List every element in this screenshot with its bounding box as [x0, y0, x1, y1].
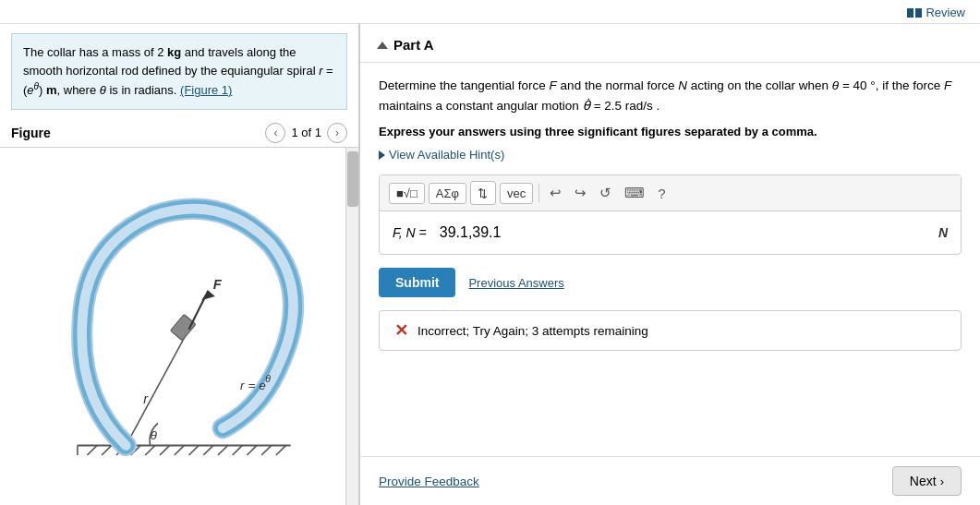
- math-toolbar: ■√□ AΣφ ⇅ vec ↩ ↪ ↺ ⌨ ?: [380, 175, 961, 211]
- svg-line-10: [203, 445, 212, 454]
- feedback-btn[interactable]: Provide Feedback: [379, 475, 479, 488]
- figure-header: Figure ‹ 1 of 1 ›: [0, 119, 358, 147]
- express-text: Express your answers using three signifi…: [379, 125, 962, 138]
- svg-line-2: [87, 445, 96, 454]
- svg-marker-21: [201, 291, 215, 300]
- undo-btn[interactable]: ↩: [545, 182, 566, 204]
- figure-scrollbar[interactable]: [345, 148, 358, 505]
- svg-line-17: [126, 330, 188, 446]
- svg-rect-19: [170, 314, 196, 340]
- sqrt-btn[interactable]: ■√□: [389, 183, 425, 204]
- left-panel: The collar has a mass of 2 kg and travel…: [0, 24, 360, 505]
- svg-line-13: [247, 445, 256, 454]
- error-box: ✕ Incorrect; Try Again; 3 attempts remai…: [379, 310, 962, 351]
- figure-link[interactable]: (Figure 1): [180, 83, 232, 97]
- svg-text:θ: θ: [151, 428, 158, 442]
- error-icon: ✕: [394, 320, 408, 341]
- svg-line-7: [160, 445, 169, 454]
- part-header: Part A: [360, 24, 980, 63]
- redo-btn[interactable]: ↪: [570, 182, 591, 204]
- figure-label: Figure: [11, 126, 51, 140]
- svg-line-6: [145, 445, 154, 454]
- review-link[interactable]: Review: [907, 6, 965, 19]
- figure-svg: r F r = e θ: [0, 148, 358, 505]
- help-btn[interactable]: ?: [653, 183, 670, 204]
- keyboard-btn[interactable]: ⌨: [620, 182, 649, 204]
- figure-area: r F r = e θ: [0, 147, 358, 505]
- svg-line-15: [276, 445, 285, 454]
- svg-line-3: [102, 445, 111, 454]
- vec-btn[interactable]: vec: [500, 183, 533, 204]
- svg-line-9: [188, 445, 198, 454]
- prev-answers-btn[interactable]: Previous Answers: [468, 276, 563, 290]
- reset-btn[interactable]: ↺: [595, 182, 616, 204]
- svg-text:θ: θ: [265, 374, 271, 384]
- bottom-bar: Provide Feedback Next ›: [360, 456, 980, 505]
- submit-row: Submit Previous Answers: [379, 268, 962, 297]
- svg-line-11: [218, 445, 227, 454]
- main-content: The collar has a mass of 2 kg and travel…: [0, 24, 980, 505]
- svg-line-12: [233, 445, 242, 454]
- review-icon: [907, 8, 922, 18]
- next-label: Next: [910, 474, 937, 488]
- hint-arrow-icon: [379, 150, 385, 160]
- hint-label: View Available Hint(s): [389, 148, 504, 162]
- error-message: Incorrect; Try Again; 3 attempts remaini…: [417, 324, 648, 338]
- question-body: Determine the tangential force F and the…: [360, 63, 980, 456]
- collapse-icon[interactable]: [377, 42, 388, 49]
- problem-text: The collar has a mass of 2 kg and travel…: [11, 33, 347, 110]
- greek-btn[interactable]: AΣφ: [429, 183, 466, 204]
- top-bar: Review: [0, 0, 980, 24]
- part-label: Part A: [393, 37, 434, 53]
- submit-btn[interactable]: Submit: [379, 268, 455, 297]
- question-text: Determine the tangential force F and the…: [379, 76, 962, 115]
- svg-line-14: [261, 445, 271, 454]
- svg-text:F: F: [213, 277, 223, 292]
- answer-label: F, N =: [393, 225, 427, 240]
- figure-next-btn[interactable]: ›: [327, 123, 347, 143]
- svg-line-8: [175, 445, 184, 454]
- answer-input-row: F, N = N: [380, 211, 961, 254]
- right-panel: Part A Determine the tangential force F …: [360, 24, 980, 505]
- answer-unit: N: [938, 225, 948, 240]
- figure-nav: ‹ 1 of 1 ›: [265, 123, 347, 143]
- review-label: Review: [926, 6, 965, 19]
- next-arrow-icon: ›: [940, 475, 944, 488]
- scroll-thumb: [347, 151, 358, 207]
- answer-box: ■√□ AΣφ ⇅ vec ↩ ↪ ↺ ⌨ ? F, N = N: [379, 174, 962, 255]
- figure-prev-btn[interactable]: ‹: [265, 123, 285, 143]
- toolbar-separator: [538, 184, 539, 202]
- answer-input[interactable]: [434, 221, 931, 245]
- svg-text:r = e: r = e: [240, 379, 266, 392]
- hint-link[interactable]: View Available Hint(s): [379, 148, 962, 162]
- next-btn[interactable]: Next ›: [892, 466, 962, 496]
- figure-count: 1 of 1: [291, 126, 321, 139]
- arrows-btn[interactable]: ⇅: [470, 181, 496, 205]
